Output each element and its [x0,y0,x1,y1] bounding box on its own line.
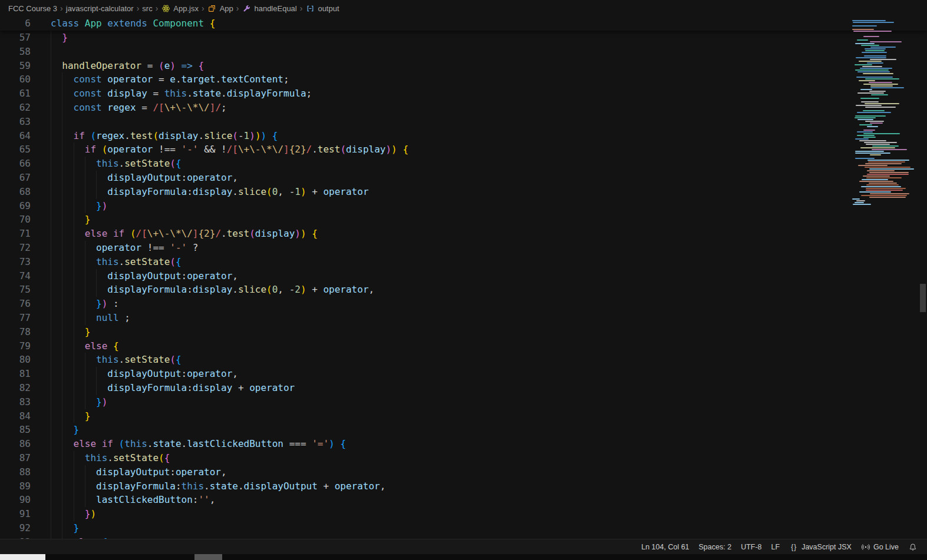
status-notifications[interactable] [903,539,922,554]
code-text[interactable]: } [51,409,927,423]
code-text[interactable]: }) [51,395,927,409]
code-text[interactable]: handleOperator = (e) => { [51,59,927,73]
code-text[interactable]: const operator = e.target.textContent; [51,72,927,87]
code-line[interactable]: 89 displayFormula:this.state.displayOutp… [0,479,927,493]
breadcrumb-item-output[interactable]: output [305,4,339,13]
line-number[interactable]: 92 [0,521,31,535]
breadcrumb-item-fcc-course-3[interactable]: FCC Course 3 [8,4,57,13]
status-encoding[interactable]: UTF-8 [736,539,766,554]
code-text[interactable]: if (operator !== '-' && !/[\+\-\*\/]{2}/… [51,143,927,157]
code-line[interactable]: 65 if (operator !== '-' && !/[\+\-\*\/]{… [0,143,927,157]
code-text[interactable]: else if (this.state.lastClickedButton ==… [51,437,927,451]
code-line[interactable]: 91 }) [0,507,927,521]
line-number[interactable]: 89 [0,479,31,493]
code-text[interactable]: } [51,31,927,45]
code-text[interactable]: this.setState({ [51,157,927,171]
code-text[interactable]: } [51,521,927,535]
code-line[interactable]: 86 else if (this.state.lastClickedButton… [0,437,927,451]
code-text[interactable]: displayFormula:this.state.displayOutput … [51,479,927,493]
code-line[interactable]: 58 [0,45,927,59]
code-text[interactable]: }) [51,507,927,521]
code-line[interactable]: 78 } [0,325,927,339]
line-number[interactable]: 72 [0,241,31,255]
line-number[interactable]: 88 [0,465,31,479]
code-text[interactable]: const regex = /[\+\-\*\/]/; [51,101,927,115]
line-number[interactable]: 76 [0,297,31,311]
code-line[interactable]: 92 } [0,521,927,535]
line-number[interactable]: 80 [0,353,31,367]
line-number[interactable]: 59 [0,59,31,73]
line-number[interactable]: 78 [0,325,31,339]
code-line[interactable]: 57 } [0,31,927,45]
code-text[interactable]: displayFormula:display.slice(0, -1) + op… [51,185,927,199]
line-number[interactable]: 64 [0,129,31,143]
status-eol[interactable]: LF [767,539,785,554]
code-line[interactable]: 62 const regex = /[\+\-\*\/]/; [0,101,927,115]
code-line[interactable]: 73 this.setState({ [0,255,927,269]
line-number[interactable]: 91 [0,507,31,521]
code-text[interactable]: this.setState({ [51,451,927,465]
code-line[interactable]: 79 else { [0,339,927,353]
code-lines[interactable]: 57 }5859 handleOperator = (e) => {60 con… [0,31,927,539]
code-line[interactable]: 74 displayOutput:operator, [0,269,927,283]
line-number[interactable]: 58 [0,45,31,59]
code-text[interactable]: } [51,423,927,437]
line-number[interactable]: 86 [0,437,31,451]
line-number[interactable]: 60 [0,72,31,87]
line-number[interactable]: 90 [0,493,31,507]
code-line[interactable]: 66 this.setState({ [0,157,927,171]
code-line[interactable]: 61 const display = this.state.displayFor… [0,87,927,101]
code-line[interactable]: 60 const operator = e.target.textContent… [0,72,927,87]
code-text[interactable]: displayOutput:operator, [51,465,927,479]
code-line[interactable]: 88 displayOutput:operator, [0,465,927,479]
line-number[interactable]: 84 [0,409,31,423]
scrollbar-thumb[interactable] [920,284,926,312]
code-text[interactable]: class App extends Component { [51,16,927,31]
code-text[interactable]: const display = this.state.displayFormul… [51,87,927,101]
code-line[interactable]: 77 null ; [0,311,927,325]
line-number[interactable]: 87 [0,451,31,465]
code-line[interactable]: 82 displayFormula:display + operator [0,381,927,395]
code-line[interactable]: 80 this.setState({ [0,353,927,367]
line-number[interactable]: 70 [0,213,31,227]
code-line[interactable]: 59 handleOperator = (e) => { [0,59,927,73]
code-line[interactable]: 87 this.setState({ [0,451,927,465]
code-line[interactable]: 90 lastClickedButton:'', [0,493,927,507]
editor[interactable]: 6class App extends Component { 57 }5859 … [0,16,927,539]
line-number[interactable]: 71 [0,227,31,241]
code-text[interactable]: displayOutput:operator, [51,269,927,283]
sticky-scroll[interactable]: 6class App extends Component { [0,16,927,31]
code-line[interactable]: 71 else if (/[\+\-\*\/]{2}/.test(display… [0,227,927,241]
code-line[interactable]: 84 } [0,409,927,423]
line-number[interactable]: 82 [0,381,31,395]
code-text[interactable]: }) : [51,297,927,311]
code-text[interactable] [51,115,927,129]
code-text[interactable]: displayOutput:operator, [51,171,927,185]
line-number[interactable]: 68 [0,185,31,199]
line-number[interactable]: 69 [0,199,31,213]
line-number[interactable]: 57 [0,31,31,45]
status-language-mode[interactable]: {}JavaScript JSX [784,539,856,554]
code-line[interactable]: 63 [0,115,927,129]
line-number[interactable]: 67 [0,171,31,185]
line-number[interactable]: 74 [0,269,31,283]
code-text[interactable]: this.setState({ [51,353,927,367]
code-text[interactable]: if (regex.test(display.slice(-1))) { [51,129,927,143]
line-number[interactable]: 81 [0,367,31,381]
breadcrumb-item-app[interactable]: App [207,4,233,13]
line-number[interactable]: 62 [0,101,31,115]
code-line[interactable]: 83 }) [0,395,927,409]
code-text[interactable]: lastClickedButton:'', [51,493,927,507]
code-text[interactable]: displayOutput:operator, [51,367,927,381]
line-number[interactable]: 79 [0,339,31,353]
code-text[interactable]: displayFormula:display.slice(0, -2) + op… [51,283,927,297]
line-number[interactable]: 83 [0,395,31,409]
code-text[interactable]: displayFormula:display + operator [51,381,927,395]
code-text[interactable]: else if (/[\+\-\*\/]{2}/.test(display)) … [51,227,927,241]
code-text[interactable] [51,45,927,59]
line-number[interactable]: 73 [0,255,31,269]
code-text[interactable]: null ; [51,311,927,325]
line-number[interactable]: 65 [0,143,31,157]
code-line[interactable]: 70 } [0,213,927,227]
line-number[interactable]: 77 [0,311,31,325]
